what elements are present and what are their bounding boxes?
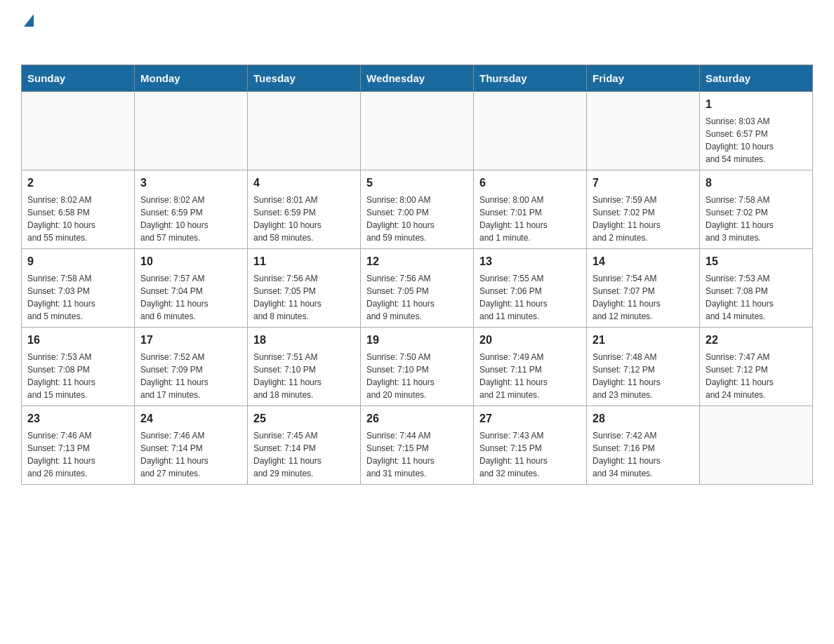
calendar-cell: 16Sunrise: 7:53 AM Sunset: 7:08 PM Dayli… [22, 328, 135, 406]
day-number: 10 [140, 253, 241, 270]
page-header [21, 14, 813, 51]
day-info: Sunrise: 7:49 AM Sunset: 7:11 PM Dayligh… [479, 351, 581, 401]
day-number: 28 [593, 410, 694, 427]
day-info: Sunrise: 7:52 AM Sunset: 7:09 PM Dayligh… [140, 351, 241, 401]
day-info: Sunrise: 7:44 AM Sunset: 7:15 PM Dayligh… [366, 429, 468, 480]
day-number: 15 [706, 253, 807, 270]
calendar-cell: 8Sunrise: 7:58 AM Sunset: 7:02 PM Daylig… [700, 170, 813, 249]
day-info: Sunrise: 7:57 AM Sunset: 7:04 PM Dayligh… [140, 272, 241, 323]
calendar-week-row: 2Sunrise: 8:02 AM Sunset: 6:58 PM Daylig… [22, 170, 813, 249]
calendar-cell: 22Sunrise: 7:47 AM Sunset: 7:12 PM Dayli… [700, 328, 813, 406]
calendar-cell: 10Sunrise: 7:57 AM Sunset: 7:04 PM Dayli… [135, 249, 248, 328]
calendar-cell [587, 92, 700, 170]
calendar-cell: 28Sunrise: 7:42 AM Sunset: 7:16 PM Dayli… [587, 406, 700, 485]
day-info: Sunrise: 7:58 AM Sunset: 7:03 PM Dayligh… [27, 272, 128, 323]
calendar-cell: 9Sunrise: 7:58 AM Sunset: 7:03 PM Daylig… [22, 249, 135, 328]
calendar-cell [361, 92, 474, 170]
day-info: Sunrise: 7:48 AM Sunset: 7:12 PM Dayligh… [593, 351, 694, 401]
day-number: 8 [706, 175, 807, 192]
day-info: Sunrise: 7:59 AM Sunset: 7:02 PM Dayligh… [593, 194, 694, 244]
day-number: 26 [366, 410, 468, 427]
day-info: Sunrise: 8:03 AM Sunset: 6:57 PM Dayligh… [706, 115, 807, 166]
day-info: Sunrise: 7:53 AM Sunset: 7:08 PM Dayligh… [706, 272, 807, 323]
day-number: 23 [27, 410, 128, 427]
calendar-week-row: 23Sunrise: 7:46 AM Sunset: 7:13 PM Dayli… [22, 406, 813, 485]
calendar-cell [700, 406, 813, 485]
day-info: Sunrise: 8:00 AM Sunset: 7:00 PM Dayligh… [366, 194, 468, 244]
day-number: 13 [479, 253, 581, 270]
day-number: 25 [253, 410, 355, 427]
day-number: 20 [479, 332, 581, 349]
day-number: 14 [593, 253, 694, 270]
day-number: 27 [479, 410, 581, 427]
day-info: Sunrise: 7:56 AM Sunset: 7:05 PM Dayligh… [253, 272, 355, 323]
calendar-cell: 13Sunrise: 7:55 AM Sunset: 7:06 PM Dayli… [474, 249, 587, 328]
calendar-cell: 11Sunrise: 7:56 AM Sunset: 7:05 PM Dayli… [248, 249, 361, 328]
weekday-header-friday: Friday [587, 65, 700, 92]
logo [21, 14, 34, 51]
calendar-cell: 20Sunrise: 7:49 AM Sunset: 7:11 PM Dayli… [474, 328, 587, 406]
calendar-cell [474, 92, 587, 170]
day-info: Sunrise: 7:51 AM Sunset: 7:10 PM Dayligh… [253, 351, 355, 401]
day-info: Sunrise: 7:45 AM Sunset: 7:14 PM Dayligh… [253, 429, 355, 480]
calendar-header-row: SundayMondayTuesdayWednesdayThursdayFrid… [22, 65, 813, 92]
day-info: Sunrise: 7:55 AM Sunset: 7:06 PM Dayligh… [479, 272, 581, 323]
day-info: Sunrise: 7:43 AM Sunset: 7:15 PM Dayligh… [479, 429, 581, 480]
day-number: 11 [253, 253, 355, 270]
day-number: 12 [366, 253, 468, 270]
day-number: 19 [366, 332, 468, 349]
calendar-cell: 14Sunrise: 7:54 AM Sunset: 7:07 PM Dayli… [587, 249, 700, 328]
calendar-cell: 23Sunrise: 7:46 AM Sunset: 7:13 PM Dayli… [22, 406, 135, 485]
calendar-cell: 27Sunrise: 7:43 AM Sunset: 7:15 PM Dayli… [474, 406, 587, 485]
day-info: Sunrise: 7:58 AM Sunset: 7:02 PM Dayligh… [706, 194, 807, 244]
day-info: Sunrise: 8:02 AM Sunset: 6:59 PM Dayligh… [140, 194, 241, 244]
logo-arrow-icon [24, 14, 34, 27]
day-info: Sunrise: 7:50 AM Sunset: 7:10 PM Dayligh… [366, 351, 468, 401]
calendar-cell: 25Sunrise: 7:45 AM Sunset: 7:14 PM Dayli… [248, 406, 361, 485]
calendar-cell: 7Sunrise: 7:59 AM Sunset: 7:02 PM Daylig… [587, 170, 700, 249]
calendar-cell [248, 92, 361, 170]
calendar-cell: 3Sunrise: 8:02 AM Sunset: 6:59 PM Daylig… [135, 170, 248, 249]
day-info: Sunrise: 7:46 AM Sunset: 7:14 PM Dayligh… [140, 429, 241, 480]
day-number: 4 [253, 175, 355, 192]
day-info: Sunrise: 8:00 AM Sunset: 7:01 PM Dayligh… [479, 194, 581, 244]
calendar-cell: 5Sunrise: 8:00 AM Sunset: 7:00 PM Daylig… [361, 170, 474, 249]
day-info: Sunrise: 8:02 AM Sunset: 6:58 PM Dayligh… [27, 194, 128, 244]
calendar-week-row: 1Sunrise: 8:03 AM Sunset: 6:57 PM Daylig… [22, 92, 813, 170]
day-info: Sunrise: 7:54 AM Sunset: 7:07 PM Dayligh… [593, 272, 694, 323]
calendar-cell: 24Sunrise: 7:46 AM Sunset: 7:14 PM Dayli… [135, 406, 248, 485]
calendar-cell: 1Sunrise: 8:03 AM Sunset: 6:57 PM Daylig… [700, 92, 813, 170]
day-number: 7 [593, 175, 694, 192]
weekday-header-thursday: Thursday [474, 65, 587, 92]
weekday-header-tuesday: Tuesday [248, 65, 361, 92]
day-info: Sunrise: 7:53 AM Sunset: 7:08 PM Dayligh… [27, 351, 128, 401]
calendar-cell: 19Sunrise: 7:50 AM Sunset: 7:10 PM Dayli… [361, 328, 474, 406]
day-number: 17 [140, 332, 241, 349]
weekday-header-wednesday: Wednesday [361, 65, 474, 92]
day-info: Sunrise: 7:46 AM Sunset: 7:13 PM Dayligh… [27, 429, 128, 480]
calendar-week-row: 9Sunrise: 7:58 AM Sunset: 7:03 PM Daylig… [22, 249, 813, 328]
calendar-cell: 12Sunrise: 7:56 AM Sunset: 7:05 PM Dayli… [361, 249, 474, 328]
calendar-cell: 4Sunrise: 8:01 AM Sunset: 6:59 PM Daylig… [248, 170, 361, 249]
weekday-header-saturday: Saturday [700, 65, 813, 92]
day-number: 1 [706, 96, 807, 113]
weekday-header-sunday: Sunday [22, 65, 135, 92]
calendar-cell: 2Sunrise: 8:02 AM Sunset: 6:58 PM Daylig… [22, 170, 135, 249]
calendar-cell [22, 92, 135, 170]
day-number: 22 [706, 332, 807, 349]
calendar-cell: 6Sunrise: 8:00 AM Sunset: 7:01 PM Daylig… [474, 170, 587, 249]
calendar-week-row: 16Sunrise: 7:53 AM Sunset: 7:08 PM Dayli… [22, 328, 813, 406]
day-number: 16 [27, 332, 128, 349]
day-number: 6 [479, 175, 581, 192]
calendar-cell [135, 92, 248, 170]
day-info: Sunrise: 7:47 AM Sunset: 7:12 PM Dayligh… [706, 351, 807, 401]
day-info: Sunrise: 8:01 AM Sunset: 6:59 PM Dayligh… [253, 194, 355, 244]
weekday-header-monday: Monday [135, 65, 248, 92]
day-number: 18 [253, 332, 355, 349]
day-number: 9 [27, 253, 128, 270]
calendar-table: SundayMondayTuesdayWednesdayThursdayFrid… [21, 65, 813, 485]
calendar-cell: 21Sunrise: 7:48 AM Sunset: 7:12 PM Dayli… [587, 328, 700, 406]
day-number: 21 [593, 332, 694, 349]
day-number: 2 [27, 175, 128, 192]
day-info: Sunrise: 7:42 AM Sunset: 7:16 PM Dayligh… [593, 429, 694, 480]
